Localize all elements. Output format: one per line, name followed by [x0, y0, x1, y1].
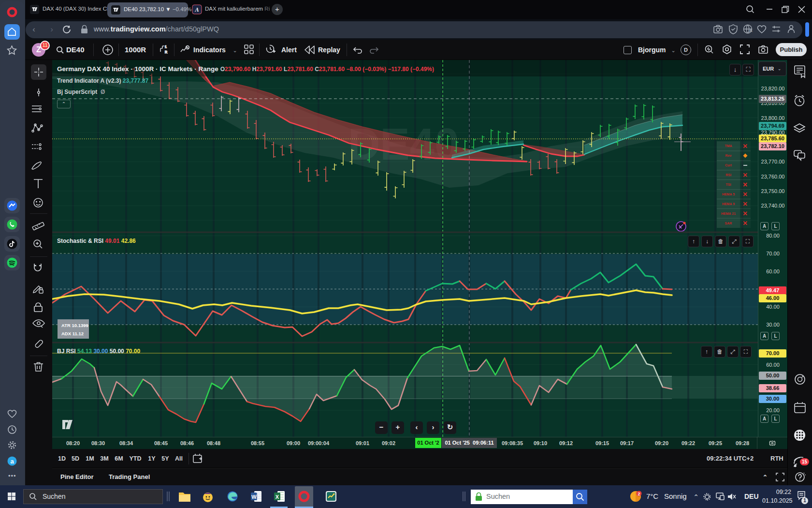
svg-text:A: A [749, 28, 753, 33]
svg-text:a: a [10, 458, 14, 465]
svg-text:2: 2 [638, 492, 640, 496]
svg-text:A: A [194, 6, 199, 13]
svg-text:X: X [276, 494, 279, 500]
svg-text:1: 1 [165, 45, 167, 48]
svg-text:W: W [251, 494, 257, 500]
svg-text:R: R [165, 50, 167, 54]
